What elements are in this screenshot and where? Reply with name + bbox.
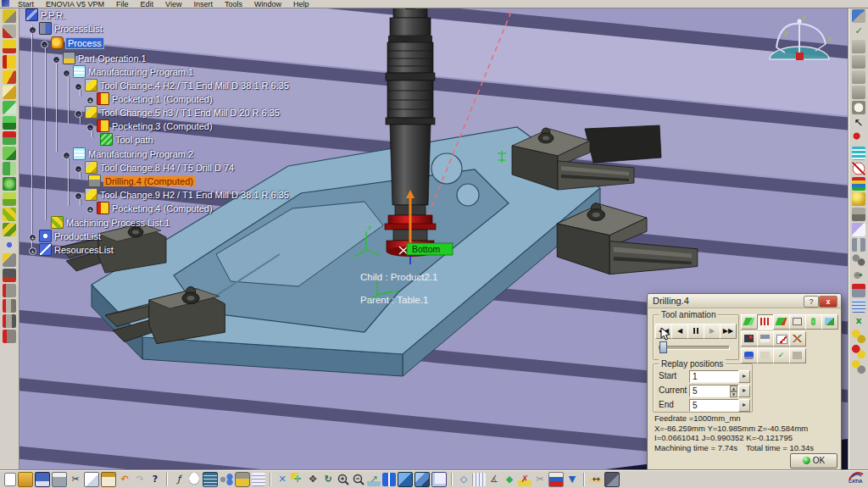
- start-field[interactable]: 1: [689, 370, 739, 383]
- drilling-op-icon[interactable]: [3, 284, 16, 297]
- sheet-icon[interactable]: [852, 223, 865, 236]
- paste-op-icon[interactable]: [852, 55, 865, 69]
- catalog-icon[interactable]: [852, 147, 865, 160]
- photo-render-button[interactable]: [821, 314, 838, 330]
- tree-item-processlist[interactable]: -ProcessList: [29, 22, 103, 35]
- gear-arrow-icon[interactable]: ➝: [852, 269, 865, 282]
- axis-tool-icon[interactable]: [3, 253, 16, 267]
- paste-icon[interactable]: [101, 472, 116, 487]
- pocketing-op-icon[interactable]: [3, 55, 16, 69]
- fast-forward-button[interactable]: ▶▶: [720, 324, 737, 339]
- structure-icon[interactable]: [220, 473, 233, 486]
- plunge-op-icon[interactable]: [3, 131, 16, 145]
- tree-item-productlist[interactable]: +ProductList: [29, 230, 101, 242]
- wireframe-cube-icon[interactable]: [431, 472, 447, 487]
- angle-tool-icon[interactable]: [3, 25, 16, 38]
- tree-expander[interactable]: +: [86, 206, 94, 214]
- tree-expander[interactable]: -: [63, 69, 70, 77]
- menu-start[interactable]: Start: [12, 0, 40, 8]
- tree-item-pocketing-1[interactable]: +Pocketing.1 (Computed): [86, 92, 213, 105]
- report-document-button[interactable]: [773, 331, 790, 347]
- video-record-button[interactable]: [741, 331, 758, 347]
- measure-item-icon[interactable]: [503, 473, 516, 486]
- modify-toolpath-button[interactable]: [773, 314, 790, 330]
- rotate-icon[interactable]: [321, 473, 335, 486]
- plate-op-icon[interactable]: [3, 192, 16, 206]
- sim-gears-3-icon[interactable]: [852, 360, 865, 374]
- save-icon[interactable]: [35, 472, 50, 487]
- bottom-point-label[interactable]: Bottom: [399, 243, 453, 255]
- select-arrow-icon[interactable]: ↖: [852, 116, 865, 130]
- tree-expander[interactable]: -: [75, 165, 82, 173]
- verify-check-button[interactable]: ✓: [773, 348, 790, 363]
- ramping-op-icon[interactable]: [3, 70, 16, 84]
- tree-expander[interactable]: -: [75, 83, 82, 91]
- grid-icon[interactable]: [472, 473, 486, 486]
- pause-button[interactable]: [687, 324, 704, 339]
- measure-angle-icon[interactable]: [487, 473, 501, 486]
- roughing-op-icon[interactable]: [3, 40, 16, 53]
- menu-view[interactable]: View: [159, 0, 187, 8]
- copy-op-icon[interactable]: [852, 40, 865, 53]
- menu-help[interactable]: Help: [287, 0, 315, 8]
- tree-item-mfg-program-2[interactable]: -Manufacturing Program.2: [63, 147, 193, 160]
- zlevel-op-icon[interactable]: [3, 116, 16, 130]
- iso-cube-icon[interactable]: [398, 472, 413, 487]
- list-add-icon[interactable]: [252, 473, 265, 486]
- facing-op-icon[interactable]: [3, 147, 16, 160]
- spiral-op-icon[interactable]: [3, 177, 16, 191]
- dialog-help-button[interactable]: ?: [804, 296, 819, 308]
- stamp-op-icon[interactable]: [852, 70, 865, 84]
- open-folder-icon[interactable]: [18, 472, 33, 487]
- geometry-check-icon[interactable]: ✓: [852, 25, 865, 38]
- pattern2-op-icon[interactable]: [3, 223, 16, 236]
- shaded-cube-icon[interactable]: [415, 472, 430, 487]
- calculator-icon[interactable]: [203, 472, 218, 487]
- reaming-op-icon[interactable]: [3, 330, 16, 343]
- tree-item-part-operation[interactable]: -Part Operation.1: [53, 52, 147, 64]
- menu-window[interactable]: Window: [248, 0, 287, 8]
- window-icon[interactable]: [2, 0, 9, 7]
- toolpath-display-button[interactable]: [741, 314, 758, 330]
- paint-ball-icon[interactable]: [852, 192, 865, 206]
- material-removal-button[interactable]: [789, 348, 806, 363]
- menu-edit[interactable]: Edit: [135, 0, 160, 8]
- tree-expander[interactable]: +: [86, 97, 94, 104]
- fit-all-icon[interactable]: [291, 473, 304, 486]
- red-pen-icon[interactable]: [852, 131, 865, 145]
- multi-view-icon[interactable]: [382, 473, 396, 486]
- key-annotation-icon[interactable]: [518, 473, 531, 486]
- dialog-title-bar[interactable]: Drilling.4 ? x: [648, 294, 841, 308]
- end-field[interactable]: 5: [689, 399, 739, 412]
- step-back-button[interactable]: ◀: [671, 324, 688, 339]
- tree-item-machining-process-list[interactable]: Machining Process List.1: [51, 216, 170, 229]
- current-spinner[interactable]: ▲▼: [730, 385, 737, 396]
- lock-icon[interactable]: [235, 472, 250, 487]
- undo-icon[interactable]: [118, 473, 131, 486]
- link-icon[interactable]: [852, 238, 865, 252]
- tree-item-drilling-4[interactable]: Drilling.4 (Computed): [88, 175, 195, 187]
- copy-icon[interactable]: [84, 472, 99, 487]
- collision-check-button[interactable]: [805, 314, 822, 330]
- print-icon[interactable]: [52, 472, 67, 487]
- help-pointer-icon[interactable]: [148, 473, 162, 486]
- animation-slider-track[interactable]: [659, 346, 730, 350]
- tree-item-pocketing-4[interactable]: +Pocketing.4 (Computed): [86, 202, 213, 214]
- section-cut-icon[interactable]: [533, 473, 547, 486]
- end-pick-button[interactable]: ▸: [738, 399, 750, 412]
- sim-gears-1-icon[interactable]: [852, 330, 865, 343]
- menu-tools[interactable]: Tools: [219, 0, 248, 8]
- chat-icon[interactable]: [187, 473, 201, 486]
- tree-expander[interactable]: -: [86, 124, 94, 131]
- point-tool-icon[interactable]: [3, 238, 16, 252]
- tree-item-tool-change-8[interactable]: -Tool Change.8 H4 / T5 Drill D 74: [75, 161, 234, 174]
- pan-icon[interactable]: [306, 473, 320, 486]
- gears-icon[interactable]: [852, 253, 865, 267]
- formula-icon[interactable]: [172, 473, 186, 486]
- start-pick-button[interactable]: ▸: [738, 370, 750, 383]
- tree-expander[interactable]: -: [41, 41, 48, 48]
- ok-button[interactable]: OK: [790, 453, 837, 469]
- redo-icon[interactable]: [133, 473, 147, 486]
- zoom-in-icon[interactable]: [337, 473, 350, 486]
- filter-icon[interactable]: [565, 473, 579, 486]
